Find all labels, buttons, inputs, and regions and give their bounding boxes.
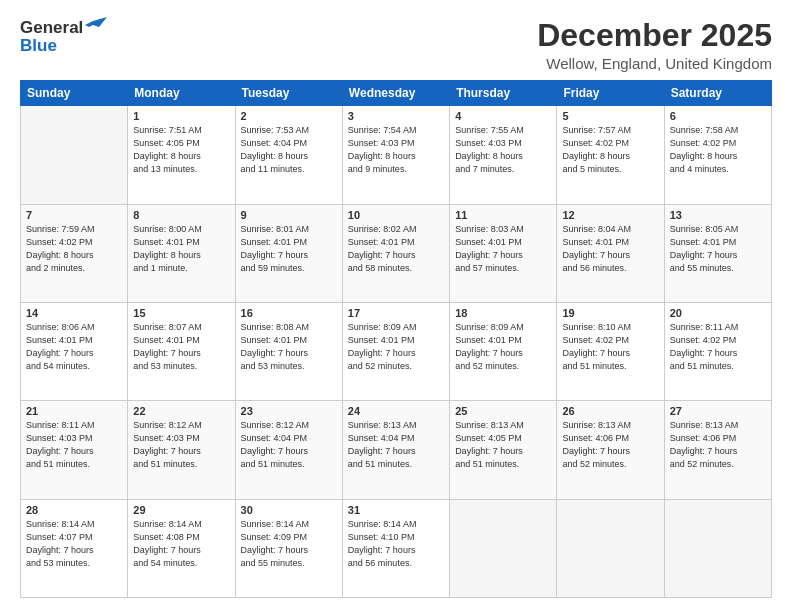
sunrise-info: Sunrise: 8:00 AM [133,223,229,236]
column-header-sunday: Sunday [21,81,128,106]
logo-general-text: General [20,18,83,38]
sunset-info: Sunset: 4:02 PM [562,334,658,347]
daylight-info: and 51 minutes. [670,360,766,373]
day-number: 1 [133,110,229,122]
sunrise-info: Sunrise: 8:11 AM [26,419,122,432]
calendar-cell: 9Sunrise: 8:01 AMSunset: 4:01 PMDaylight… [235,204,342,302]
daylight-info: Daylight: 8 hours [670,150,766,163]
day-number: 13 [670,209,766,221]
calendar-cell [557,499,664,597]
sunrise-info: Sunrise: 8:10 AM [562,321,658,334]
sunrise-info: Sunrise: 8:14 AM [348,518,444,531]
sunrise-info: Sunrise: 8:09 AM [348,321,444,334]
svg-marker-1 [85,21,93,27]
sunrise-info: Sunrise: 8:13 AM [562,419,658,432]
sunrise-info: Sunrise: 7:59 AM [26,223,122,236]
day-number: 5 [562,110,658,122]
calendar-cell: 1Sunrise: 7:51 AMSunset: 4:05 PMDaylight… [128,106,235,204]
sunset-info: Sunset: 4:01 PM [348,236,444,249]
calendar-week-1: 1Sunrise: 7:51 AMSunset: 4:05 PMDaylight… [21,106,772,204]
sunset-info: Sunset: 4:02 PM [670,137,766,150]
day-number: 3 [348,110,444,122]
calendar-cell: 22Sunrise: 8:12 AMSunset: 4:03 PMDayligh… [128,401,235,499]
daylight-info: Daylight: 7 hours [133,347,229,360]
sunset-info: Sunset: 4:10 PM [348,531,444,544]
sunset-info: Sunset: 4:01 PM [133,236,229,249]
daylight-info: Daylight: 8 hours [348,150,444,163]
calendar-cell: 12Sunrise: 8:04 AMSunset: 4:01 PMDayligh… [557,204,664,302]
sunrise-info: Sunrise: 8:08 AM [241,321,337,334]
daylight-info: and 53 minutes. [241,360,337,373]
calendar-week-4: 21Sunrise: 8:11 AMSunset: 4:03 PMDayligh… [21,401,772,499]
daylight-info: Daylight: 7 hours [455,347,551,360]
sunset-info: Sunset: 4:01 PM [241,236,337,249]
daylight-info: Daylight: 7 hours [26,445,122,458]
sunset-info: Sunset: 4:03 PM [26,432,122,445]
sunrise-info: Sunrise: 7:57 AM [562,124,658,137]
sunset-info: Sunset: 4:01 PM [133,334,229,347]
daylight-info: and 54 minutes. [133,557,229,570]
sunrise-info: Sunrise: 8:12 AM [241,419,337,432]
calendar-cell: 4Sunrise: 7:55 AMSunset: 4:03 PMDaylight… [450,106,557,204]
day-number: 30 [241,504,337,516]
daylight-info: and 51 minutes. [133,458,229,471]
daylight-info: Daylight: 8 hours [133,150,229,163]
day-number: 22 [133,405,229,417]
sunset-info: Sunset: 4:01 PM [455,334,551,347]
sunset-info: Sunset: 4:05 PM [133,137,229,150]
daylight-info: Daylight: 7 hours [241,544,337,557]
sunset-info: Sunset: 4:07 PM [26,531,122,544]
column-header-monday: Monday [128,81,235,106]
sunrise-info: Sunrise: 8:13 AM [348,419,444,432]
daylight-info: and 51 minutes. [26,458,122,471]
calendar-cell: 20Sunrise: 8:11 AMSunset: 4:02 PMDayligh… [664,302,771,400]
sunrise-info: Sunrise: 8:13 AM [455,419,551,432]
daylight-info: and 51 minutes. [241,458,337,471]
sunrise-info: Sunrise: 8:14 AM [133,518,229,531]
day-number: 24 [348,405,444,417]
daylight-info: Daylight: 7 hours [133,544,229,557]
daylight-info: and 58 minutes. [348,262,444,275]
daylight-info: and 55 minutes. [241,557,337,570]
sunset-info: Sunset: 4:01 PM [26,334,122,347]
day-number: 4 [455,110,551,122]
day-number: 15 [133,307,229,319]
sunset-info: Sunset: 4:01 PM [241,334,337,347]
day-number: 2 [241,110,337,122]
daylight-info: and 56 minutes. [562,262,658,275]
day-number: 17 [348,307,444,319]
daylight-info: and 54 minutes. [26,360,122,373]
sunset-info: Sunset: 4:02 PM [562,137,658,150]
sunrise-info: Sunrise: 8:12 AM [133,419,229,432]
sunrise-info: Sunrise: 8:05 AM [670,223,766,236]
sunrise-info: Sunrise: 8:03 AM [455,223,551,236]
sunset-info: Sunset: 4:01 PM [670,236,766,249]
daylight-info: Daylight: 8 hours [241,150,337,163]
daylight-info: Daylight: 7 hours [455,445,551,458]
daylight-info: Daylight: 8 hours [562,150,658,163]
daylight-info: and 13 minutes. [133,163,229,176]
svg-marker-0 [93,17,107,27]
day-number: 21 [26,405,122,417]
logo: General Blue [20,18,107,56]
calendar-cell [664,499,771,597]
daylight-info: Daylight: 7 hours [670,347,766,360]
sunset-info: Sunset: 4:05 PM [455,432,551,445]
sunset-info: Sunset: 4:01 PM [348,334,444,347]
daylight-info: and 5 minutes. [562,163,658,176]
daylight-info: and 7 minutes. [455,163,551,176]
daylight-info: and 52 minutes. [348,360,444,373]
calendar-week-3: 14Sunrise: 8:06 AMSunset: 4:01 PMDayligh… [21,302,772,400]
daylight-info: and 53 minutes. [133,360,229,373]
calendar-cell: 31Sunrise: 8:14 AMSunset: 4:10 PMDayligh… [342,499,449,597]
title-block: December 2025 Wellow, England, United Ki… [537,18,772,72]
daylight-info: Daylight: 7 hours [562,445,658,458]
calendar-cell: 24Sunrise: 8:13 AMSunset: 4:04 PMDayligh… [342,401,449,499]
day-number: 10 [348,209,444,221]
day-number: 18 [455,307,551,319]
daylight-info: Daylight: 7 hours [133,445,229,458]
sunset-info: Sunset: 4:08 PM [133,531,229,544]
sunrise-info: Sunrise: 8:14 AM [26,518,122,531]
daylight-info: and 1 minute. [133,262,229,275]
day-number: 19 [562,307,658,319]
